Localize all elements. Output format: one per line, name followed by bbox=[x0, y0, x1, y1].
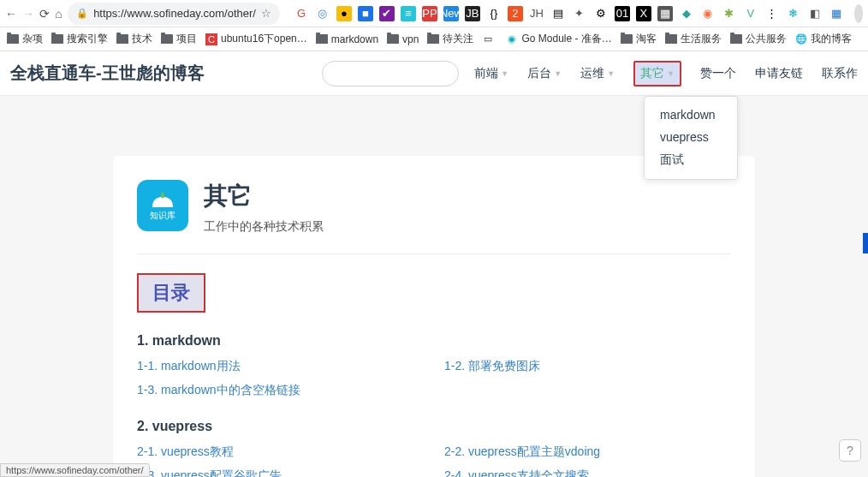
toc-link[interactable]: 1-1. markdown用法 bbox=[137, 359, 424, 374]
extension-icon[interactable]: V bbox=[743, 6, 758, 21]
nav-link-label: 其它 bbox=[640, 66, 664, 81]
extension-icon[interactable]: ▦ bbox=[657, 6, 673, 21]
extension-icon[interactable]: 01 bbox=[615, 6, 630, 21]
bookmark-label: 待关注 bbox=[443, 32, 473, 46]
extension-icon[interactable]: X bbox=[636, 6, 651, 21]
extension-icon[interactable]: G bbox=[294, 6, 309, 21]
bookmark-label: Go Module - 准备… bbox=[521, 32, 611, 46]
lock-icon: 🔒 bbox=[76, 8, 88, 19]
bookmark-item[interactable]: 待关注 bbox=[427, 32, 473, 46]
category-icon-label: 知识库 bbox=[150, 210, 175, 222]
bookmark-item[interactable]: markdown bbox=[316, 33, 378, 45]
nav-link[interactable]: 其它▼ bbox=[633, 61, 681, 86]
extension-icon[interactable]: ● bbox=[336, 6, 352, 21]
extension-icon[interactable]: ≡ bbox=[401, 6, 416, 21]
bookmark-label: 搜索引擎 bbox=[67, 32, 108, 46]
bookmark-label: 淘客 bbox=[636, 32, 657, 46]
nav-link[interactable]: 运维▼ bbox=[580, 54, 615, 93]
folder-icon bbox=[621, 34, 633, 44]
toc-link[interactable]: 1-3. markdown中的含空格链接 bbox=[137, 383, 424, 398]
folder-icon bbox=[116, 34, 128, 44]
nav-links: 前端▼后台▼运维▼其它▼赞一个申请友链联系作 bbox=[474, 54, 858, 93]
site-title[interactable]: 全栈直通车-王世彪的博客 bbox=[10, 62, 205, 85]
folder-icon bbox=[730, 34, 742, 44]
extension-icon[interactable]: ▤ bbox=[550, 6, 566, 21]
link-grid: 1-1. markdown用法1-2. 部署免费图床1-3. markdown中… bbox=[137, 359, 731, 398]
toc-link[interactable]: 2-4. vuepress支持全文搜索 bbox=[444, 468, 731, 477]
extension-icon[interactable]: ◉ bbox=[700, 6, 716, 21]
home-button[interactable]: ⌂ bbox=[55, 5, 62, 22]
bookmark-item[interactable]: 搜索引擎 bbox=[51, 32, 108, 46]
bookmark-label: ubuntu16下open… bbox=[221, 32, 307, 46]
address-bar[interactable]: 🔒 https://www.sofineday.com/other/ ☆ bbox=[68, 3, 280, 25]
bookmark-item[interactable]: 杂项 bbox=[7, 32, 43, 46]
page-title: 其它 bbox=[204, 180, 324, 212]
reload-button[interactable]: ⟳ bbox=[39, 5, 50, 22]
bookmark-item[interactable]: 项目 bbox=[161, 32, 197, 46]
search-input[interactable] bbox=[322, 61, 459, 86]
toc-heading: 目录 bbox=[137, 273, 205, 313]
nav-link-label: 运维 bbox=[580, 66, 604, 81]
extension-icon[interactable]: ◎ bbox=[315, 6, 330, 21]
extension-icon[interactable]: ■ bbox=[358, 6, 373, 21]
bookmark-item[interactable]: ▭ bbox=[482, 33, 497, 45]
profile-avatar[interactable] bbox=[854, 4, 863, 23]
bookmark-label: 我的博客 bbox=[811, 32, 852, 46]
bookmark-item[interactable]: 淘客 bbox=[621, 32, 657, 46]
toc-link[interactable]: 1-2. 部署免费图床 bbox=[444, 359, 731, 374]
site-nav: 全栈直通车-王世彪的博客 前端▼后台▼运维▼其它▼赞一个申请友链联系作 mark… bbox=[0, 51, 868, 96]
dropdown-item[interactable]: vuepress bbox=[645, 126, 737, 148]
extension-icon[interactable]: ✔ bbox=[379, 6, 395, 21]
nav-link[interactable]: 联系作 bbox=[822, 54, 858, 93]
forward-button[interactable]: → bbox=[22, 5, 34, 22]
chevron-down-icon: ▼ bbox=[501, 69, 508, 78]
extension-icon[interactable]: ◆ bbox=[679, 6, 694, 21]
extension-icon[interactable]: ◧ bbox=[807, 6, 823, 21]
bookmark-item[interactable]: 公共服务 bbox=[730, 32, 787, 46]
bookmark-item[interactable]: 生活服务 bbox=[665, 32, 722, 46]
dropdown-item[interactable]: 面试 bbox=[645, 148, 737, 172]
bookmark-label: markdown bbox=[331, 33, 378, 45]
extension-icon[interactable]: PP bbox=[422, 6, 437, 21]
extension-icon[interactable]: ❄ bbox=[786, 6, 801, 21]
toc-link[interactable]: 2-1. vuepress教程 bbox=[137, 444, 424, 460]
nav-link[interactable]: 后台▼ bbox=[527, 54, 562, 93]
extension-icon[interactable]: ✦ bbox=[572, 6, 587, 21]
extension-icon[interactable]: New bbox=[443, 6, 459, 21]
bookmark-item[interactable]: ◉Go Module - 准备… bbox=[506, 32, 611, 46]
toc-sections: 1. markdown1-1. markdown用法1-2. 部署免费图床1-3… bbox=[137, 333, 731, 477]
page-subtitle: 工作中的各种技术积累 bbox=[204, 219, 324, 235]
chevron-down-icon: ▼ bbox=[667, 69, 675, 78]
doc-icon: ▭ bbox=[482, 33, 494, 45]
bookmark-label: 技术 bbox=[132, 32, 152, 46]
bookmark-item[interactable]: 🌐我的博客 bbox=[795, 32, 852, 46]
extension-icon[interactable]: ⚙ bbox=[593, 6, 609, 21]
extension-icon[interactable]: ✱ bbox=[722, 6, 737, 21]
bookmark-item[interactable]: 技术 bbox=[116, 32, 152, 46]
bookmark-item[interactable]: vpn bbox=[387, 33, 419, 45]
bookmark-star-icon[interactable]: ☆ bbox=[261, 7, 271, 20]
extension-icon[interactable]: JH bbox=[529, 6, 544, 21]
extension-icon[interactable]: ⋮ bbox=[764, 6, 780, 21]
help-button[interactable]: ? bbox=[839, 439, 861, 462]
nav-link[interactable]: 前端▼ bbox=[474, 54, 508, 93]
site-icon: ◉ bbox=[506, 33, 518, 45]
bookmark-label: 公共服务 bbox=[746, 32, 787, 46]
browser-toolbar: ← → ⟳ ⌂ 🔒 https://www.sofineday.com/othe… bbox=[0, 0, 868, 27]
extension-icon[interactable]: ▦ bbox=[829, 6, 844, 21]
folder-icon bbox=[316, 34, 328, 44]
extension-icon[interactable]: JB bbox=[465, 6, 480, 21]
nav-link[interactable]: 赞一个 bbox=[700, 54, 736, 93]
nav-link[interactable]: 申请友链 bbox=[755, 54, 803, 93]
extension-icon[interactable]: {} bbox=[486, 6, 502, 21]
dropdown-item[interactable]: markdown bbox=[645, 104, 737, 126]
chevron-down-icon: ▼ bbox=[554, 69, 562, 78]
nav-link-label: 赞一个 bbox=[700, 66, 736, 81]
toc-link[interactable]: 2-2. vuepress配置主题vdoing bbox=[444, 444, 731, 460]
url-text: https://www.sofineday.com/other/ bbox=[93, 7, 256, 20]
bookmark-item[interactable]: Cubuntu16下open… bbox=[205, 32, 307, 46]
extension-icon[interactable]: 2 bbox=[508, 6, 523, 21]
toc-link[interactable]: 2-3. vuepress配置谷歌广告 bbox=[137, 468, 424, 477]
folder-icon bbox=[387, 34, 399, 44]
back-button[interactable]: ← bbox=[5, 5, 17, 22]
